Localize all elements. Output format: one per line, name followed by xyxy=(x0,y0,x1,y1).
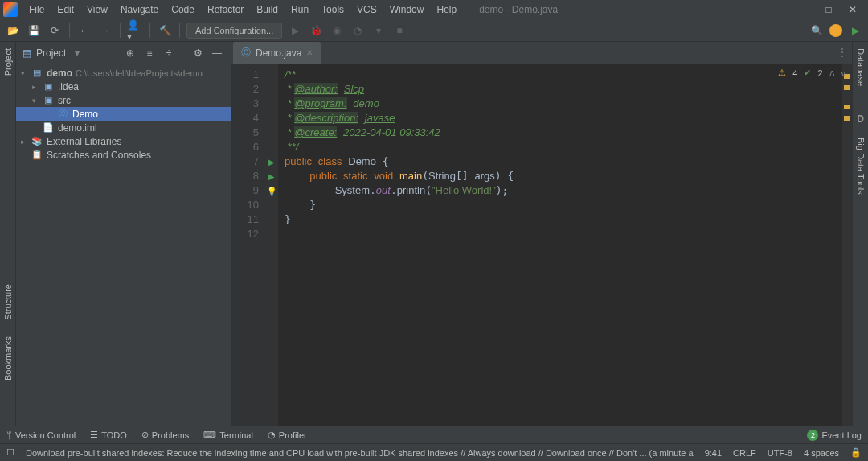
editor-body[interactable]: 123456789101112 ▶ ▶ 💡 /** * @author: Slc… xyxy=(231,64,852,426)
tool-big-data[interactable]: Big Data Tools xyxy=(856,134,866,198)
menu-run[interactable]: Run xyxy=(285,2,315,18)
search-icon[interactable]: 🔍 xyxy=(809,23,825,39)
close-tab-icon[interactable]: ✕ xyxy=(306,48,313,57)
more-run-icon[interactable]: ▾ xyxy=(371,23,387,39)
status-message[interactable]: Download pre-built shared indexes: Reduc… xyxy=(26,448,694,458)
panel-dropdown-icon[interactable]: ▾ xyxy=(75,47,80,59)
menu-build[interactable]: Build xyxy=(250,2,285,18)
todo-button[interactable]: ☰TODO xyxy=(90,430,127,440)
profile-icon[interactable]: ◔ xyxy=(350,23,366,39)
java-class-icon: Ⓒ xyxy=(241,46,251,60)
terminal-icon: ⌨ xyxy=(203,430,216,440)
tool-project[interactable]: Project xyxy=(3,45,13,79)
close-button[interactable]: ✕ xyxy=(841,0,865,19)
lock-icon[interactable]: 🔒 xyxy=(850,447,862,458)
back-icon[interactable]: ← xyxy=(76,23,92,39)
save-icon[interactable]: 💾 xyxy=(26,23,42,39)
tree-item-demo-class[interactable]: Ⓒ Demo xyxy=(16,107,231,121)
inspections-widget[interactable]: ⚠4 ✔2 ʌ v xyxy=(778,68,845,78)
editor-area: Ⓒ Demo.java ✕ ⋮ 123456789101112 ▶ ▶ 💡 /*… xyxy=(231,42,852,426)
library-icon: 📚 xyxy=(31,136,43,147)
collapse-all-icon[interactable]: ÷ xyxy=(162,46,176,60)
tree-root[interactable]: ▾▤ demoC:\Users\dell\IdeaProjects\demo xyxy=(16,66,231,80)
select-opened-icon[interactable]: ⊕ xyxy=(123,46,137,60)
window-title: demo - Demo.java xyxy=(479,4,558,15)
stop-icon[interactable]: ■ xyxy=(391,23,407,39)
menu-code[interactable]: Code xyxy=(165,2,201,18)
folder-icon: ▤ xyxy=(23,47,31,59)
project-tree: ▾▤ demoC:\Users\dell\IdeaProjects\demo ▸… xyxy=(16,64,231,163)
right-tool-strip: Database D Big Data Tools xyxy=(852,42,868,426)
java-class-icon: Ⓒ xyxy=(56,109,69,120)
maximize-button[interactable]: □ xyxy=(817,0,841,19)
menu-tools[interactable]: Tools xyxy=(315,2,350,18)
indent[interactable]: 4 spaces xyxy=(804,448,839,458)
editor-tabs: Ⓒ Demo.java ✕ ⋮ xyxy=(231,42,852,64)
reload-icon[interactable]: ⟳ xyxy=(47,23,63,39)
forward-icon[interactable]: → xyxy=(97,23,113,39)
project-panel-header: ▤ Project ▾ ⊕ ≡ ÷ ⚙ — xyxy=(16,42,231,64)
warning-mark[interactable] xyxy=(844,85,850,90)
warning-mark[interactable] xyxy=(844,105,850,109)
terminal-button[interactable]: ⌨Terminal xyxy=(203,430,253,440)
build-icon[interactable]: 🔨 xyxy=(157,23,173,39)
tree-item-src[interactable]: ▾▣ src xyxy=(16,93,231,107)
tool-window-quick-icon[interactable]: ☐ xyxy=(6,447,14,458)
menu-vcs[interactable]: VCS xyxy=(350,2,383,18)
prev-highlight-icon[interactable]: ʌ xyxy=(829,68,835,78)
debug-icon[interactable]: 🐞 xyxy=(308,23,324,39)
run-gutter-icon[interactable]: ▶ xyxy=(265,169,278,183)
folder-icon: ▣ xyxy=(42,95,55,106)
event-badge: 2 xyxy=(807,430,818,441)
tab-label: Demo.java xyxy=(256,47,301,59)
problems-icon: ⊘ xyxy=(141,430,149,440)
warning-icon: ⚠ xyxy=(778,68,786,78)
run-icon[interactable]: ▶ xyxy=(287,23,303,39)
todo-icon: ☰ xyxy=(90,430,98,440)
coverage-icon[interactable]: ◉ xyxy=(329,23,345,39)
run-gutter-icon[interactable]: ▶ xyxy=(265,154,278,169)
menu-view[interactable]: View xyxy=(80,2,114,18)
line-separator[interactable]: CRLF xyxy=(733,448,756,458)
tool-bookmarks[interactable]: Bookmarks xyxy=(3,333,13,384)
run-config-select[interactable]: Add Configuration... xyxy=(186,23,282,39)
menu-help[interactable]: Help xyxy=(430,2,463,18)
encoding[interactable]: UTF-8 xyxy=(768,448,792,458)
menu-window[interactable]: Window xyxy=(383,2,431,18)
intention-bulb-icon[interactable]: 💡 xyxy=(265,183,278,198)
code-area[interactable]: /** * @author: Slcp * @program: demo * @… xyxy=(278,64,842,426)
expand-all-icon[interactable]: ≡ xyxy=(142,46,157,60)
open-icon[interactable]: 📂 xyxy=(5,23,21,39)
event-log-button[interactable]: 2Event Log xyxy=(807,430,862,441)
caret-pos[interactable]: 9:41 xyxy=(705,448,722,458)
tool-database[interactable]: Database xyxy=(856,45,866,89)
tab-demo-java[interactable]: Ⓒ Demo.java ✕ xyxy=(233,42,321,64)
tool-structure[interactable]: Structure xyxy=(3,281,13,323)
menu-edit[interactable]: Edit xyxy=(51,2,80,18)
tab-overflow-icon[interactable]: ⋮ xyxy=(837,47,847,58)
tree-external-libs[interactable]: ▸📚 External Libraries xyxy=(16,134,231,148)
tree-scratches[interactable]: 📋 Scratches and Consoles xyxy=(16,148,231,162)
code-with-me-icon[interactable]: ▶ xyxy=(847,23,863,39)
gutter-icons: ▶ ▶ 💡 xyxy=(265,64,278,426)
next-highlight-icon[interactable]: v xyxy=(841,68,846,78)
settings-icon[interactable]: ⚙ xyxy=(190,46,205,60)
menu-refactor[interactable]: Refactor xyxy=(201,2,250,18)
menu-navigate[interactable]: Navigate xyxy=(114,2,165,18)
menu-file[interactable]: File xyxy=(23,2,51,18)
scratch-icon: 📋 xyxy=(31,150,43,161)
error-stripe[interactable] xyxy=(842,64,852,426)
version-control-button[interactable]: ᛘVersion Control xyxy=(6,430,76,440)
warning-mark[interactable] xyxy=(844,116,850,121)
user-icon[interactable]: 👤▾ xyxy=(127,23,143,39)
ide-logo-icon xyxy=(3,2,18,17)
account-icon[interactable] xyxy=(829,24,842,37)
profiler-button[interactable]: ◔Profiler xyxy=(268,430,307,440)
minimize-button[interactable]: ─ xyxy=(792,0,817,19)
project-panel: ▤ Project ▾ ⊕ ≡ ÷ ⚙ — ▾▤ demoC:\Users\de… xyxy=(16,42,231,426)
tree-item-idea[interactable]: ▸▣ .idea xyxy=(16,80,231,93)
problems-button[interactable]: ⊘Problems xyxy=(141,430,189,440)
module-icon: ▤ xyxy=(31,68,43,79)
hide-icon[interactable]: — xyxy=(210,46,224,60)
tree-item-iml[interactable]: 📄 demo.iml xyxy=(16,121,231,134)
